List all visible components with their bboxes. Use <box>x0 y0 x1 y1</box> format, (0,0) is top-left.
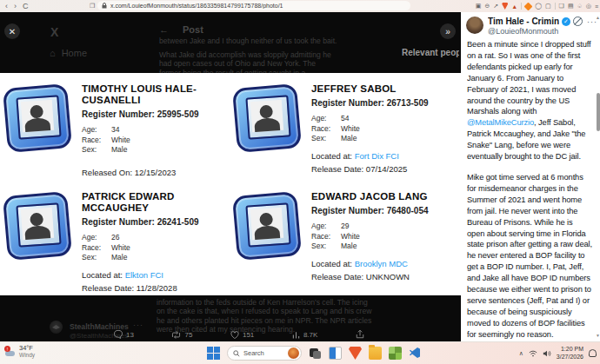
post-header: ← Post <box>159 24 203 35</box>
share-page-icon[interactable]: ↗ <box>493 3 498 10</box>
sex-row: Sex:Male <box>311 134 429 144</box>
race-row: Race:White <box>82 136 223 146</box>
brave-browser-icon[interactable] <box>349 347 362 360</box>
bookmark-panel-icon[interactable]: ❐ <box>90 3 95 10</box>
grok-actions-icon[interactable] <box>573 17 583 26</box>
repost-button[interactable]: 75 <box>170 330 192 340</box>
zoom-out-icon[interactable]: ⊖ <box>484 3 490 10</box>
file-explorer-icon[interactable] <box>369 347 382 360</box>
sex-row: Sex:Male <box>311 242 429 252</box>
hidden-icons-chevron[interactable]: ∧ <box>519 350 523 357</box>
brave-shield-icon[interactable] <box>502 3 508 10</box>
reply-count: 13 <box>126 331 134 339</box>
engagement-bar: 13 75 151 8.7K <box>113 328 365 341</box>
home-label: Home <box>62 48 87 58</box>
leo-ai-icon[interactable]: ♤ <box>577 3 583 10</box>
tweet-detail-panel: Tim Hale - Criminally ... ✓ ··· @Louieof… <box>461 12 600 341</box>
back-icon[interactable]: ‹ <box>5 2 8 10</box>
date-text: 3/27/2026 <box>557 354 583 361</box>
mention-link[interactable]: @MetalMikeCurzio <box>467 118 534 127</box>
search-input[interactable]: Search <box>227 346 302 361</box>
address-bar[interactable]: x.com/LouieofMonmouth/status/18633598147… <box>97 1 410 10</box>
tweet-author-handle[interactable]: @LouieofMonmouth <box>488 27 558 36</box>
inmate-card: EDWARD JACOB LANG Register Number: 76480… <box>233 191 459 292</box>
inmate-card: TIMOTHY LOUIS HALE-CUSANELLI Register Nu… <box>3 83 230 184</box>
settings-target-icon[interactable]: ◎ <box>586 3 591 10</box>
register-number: 25995-509 <box>157 109 199 119</box>
start-button[interactable] <box>207 347 220 360</box>
post-title: Post <box>183 24 203 35</box>
weather-temp: 34°F <box>19 345 35 352</box>
inmate-photo-badge-icon <box>233 85 301 151</box>
race-row: Race:White <box>311 124 429 135</box>
weather-widget[interactable]: ! 34°F Windy <box>5 345 35 359</box>
divider <box>521 3 522 10</box>
active-app-indicator <box>350 361 360 363</box>
avatar <box>50 321 63 334</box>
scroll-down-icon[interactable]: ▼ <box>596 333 600 338</box>
sex-row: Sex:Male <box>82 253 223 263</box>
next-photo-icon[interactable]: » <box>440 23 456 39</box>
time-text: 1:20 PM <box>557 346 583 354</box>
url-text: x.com/LouieofMonmouth/status/18633598147… <box>110 3 283 9</box>
forward-icon[interactable]: › <box>14 2 17 10</box>
vscode-glyph <box>409 347 421 359</box>
task-view-button[interactable] <box>309 347 322 360</box>
extension-circle-icon[interactable]: ◯ <box>535 3 542 10</box>
sidebar-icon[interactable]: ❏ <box>559 3 564 10</box>
volume-icon[interactable] <box>543 350 551 357</box>
sex-row: Sex:Male <box>82 145 223 156</box>
age-row: Age:34 <box>82 125 223 136</box>
located-at-row: Located at: Fort Dix FCI <box>311 151 429 161</box>
views-button[interactable]: 8.7K <box>291 330 317 340</box>
notifications-icon[interactable] <box>589 349 597 357</box>
facility-link: Brooklyn MDC <box>355 259 408 268</box>
register-label: Register Number: <box>82 217 155 227</box>
scrollbar[interactable]: ▲ ▼ <box>596 12 600 341</box>
menu-icon[interactable]: ≡ <box>595 3 598 10</box>
views-count: 8.7K <box>303 331 317 339</box>
back-arrow-icon: ← <box>159 24 169 35</box>
avatar[interactable] <box>466 17 483 34</box>
app-icon-window[interactable] <box>329 347 342 360</box>
metamask-extension-icon[interactable] <box>524 2 533 10</box>
sidebar-item-home: ⌂ Home <box>50 48 87 58</box>
wallet-icon[interactable]: ▣ <box>476 3 482 10</box>
tweet-photo[interactable]: TIMOTHY LOUIS HALE-CUSANELLI Register Nu… <box>0 73 461 295</box>
share-button[interactable] <box>355 329 365 340</box>
tweet-author-name[interactable]: Tim Hale - Criminally ... <box>488 17 559 26</box>
scroll-up-icon[interactable]: ▲ <box>596 15 600 20</box>
facility-link: Fort Dix FCI <box>355 151 399 161</box>
brave-rewards-icon[interactable]: ▲ <box>511 3 517 10</box>
x-logo-icon: X <box>50 25 58 39</box>
reading-list-icon[interactable]: ▤ <box>568 3 574 10</box>
reply-button[interactable]: 13 <box>113 329 134 340</box>
inmate-card: PATRICK EDWARD MCCAUGHEY Register Number… <box>3 191 230 292</box>
race-row: Race:White <box>311 232 429 242</box>
taskbar: ! 34°F Windy Search ∧ <box>0 341 600 364</box>
register-number: 76480-054 <box>387 206 429 215</box>
located-at-row: Located at: Brooklyn MDC <box>311 259 429 268</box>
wifi-icon[interactable] <box>529 350 537 357</box>
extension-box-icon[interactable]: ▢ <box>545 3 551 10</box>
app-icon-green[interactable] <box>389 347 402 360</box>
scrollbar-thumb[interactable] <box>597 93 600 131</box>
site-lock-icon <box>102 3 107 9</box>
age-row: Age:26 <box>82 233 223 243</box>
register-number: 26241-509 <box>157 217 199 227</box>
clock[interactable]: 1:20 PM 3/27/2026 <box>557 346 583 361</box>
located-at-row: Located at: Elkton FCI <box>82 270 223 280</box>
release-date-row: Release Date: UNKNOWN <box>311 272 429 281</box>
released-on-row: Released On: 12/15/2023 <box>82 168 223 177</box>
divider <box>555 3 556 10</box>
register-label: Register Number: <box>311 98 384 108</box>
close-icon[interactable]: ✕ <box>4 23 20 39</box>
age-row: Age:54 <box>311 114 429 124</box>
inmate-photo-badge-icon <box>3 85 71 151</box>
repost-count: 75 <box>184 331 192 339</box>
reload-icon[interactable]: C <box>23 2 29 10</box>
home-icon: ⌂ <box>50 48 56 58</box>
vscode-icon[interactable] <box>409 347 422 360</box>
like-button[interactable]: 151 <box>230 330 254 340</box>
tweet-text: Been a minute since I dropped stuff on a… <box>467 39 592 341</box>
